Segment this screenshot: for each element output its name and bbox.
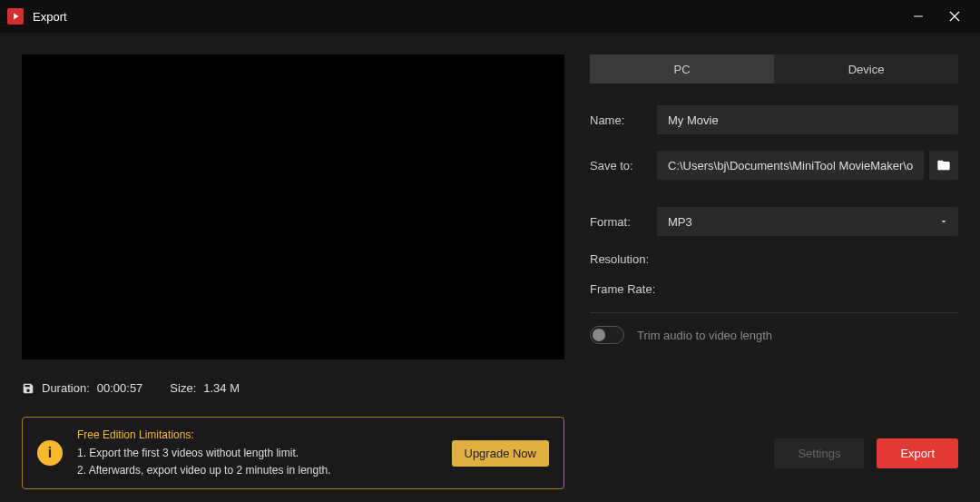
divider (590, 312, 958, 313)
duration-label: Duration: (42, 381, 90, 395)
info-icon: i (37, 440, 63, 466)
limitations-line1: 1. Export the first 3 videos without len… (77, 445, 437, 462)
saveto-input[interactable] (657, 151, 924, 180)
upgrade-button[interactable]: Upgrade Now (452, 440, 550, 467)
chevron-down-icon (938, 216, 949, 227)
file-info: Duration: 00:00:57 Size: 1.34 M (22, 381, 564, 395)
resolution-label: Resolution: (590, 252, 649, 266)
tab-device[interactable]: Device (774, 54, 958, 84)
svg-rect-0 (914, 16, 923, 17)
name-input[interactable] (657, 105, 958, 134)
folder-icon (936, 158, 951, 172)
footer: i Free Edition Limitations: 1. Export th… (22, 417, 958, 489)
export-button[interactable]: Export (877, 438, 958, 468)
limitations-heading: Free Edition Limitations: (77, 427, 437, 444)
trim-audio-label: Trim audio to video length (637, 329, 772, 342)
format-label: Format: (590, 215, 657, 229)
video-preview (22, 54, 564, 359)
trim-audio-toggle[interactable] (590, 326, 624, 344)
titlebar: Export (0, 0, 980, 33)
limitations-box: i Free Edition Limitations: 1. Export th… (22, 417, 564, 489)
limitations-line2: 2. Afterwards, export video up to 2 minu… (77, 462, 437, 479)
settings-button[interactable]: Settings (774, 438, 864, 468)
save-icon (22, 382, 34, 395)
main-content: Duration: 00:00:57 Size: 1.34 M PC Devic… (0, 33, 980, 417)
close-button[interactable] (936, 0, 973, 33)
browse-folder-button[interactable] (929, 151, 958, 180)
format-select[interactable]: MP3 (657, 207, 958, 236)
framerate-label: Frame Rate: (590, 282, 655, 296)
size-value: 1.34 M (203, 381, 240, 395)
size-label: Size: (170, 381, 196, 395)
minimize-button[interactable] (900, 0, 936, 33)
window-title: Export (33, 10, 900, 24)
tab-pc[interactable]: PC (590, 54, 774, 84)
name-label: Name: (590, 113, 657, 127)
format-value: MP3 (668, 215, 692, 229)
target-tabs: PC Device (590, 54, 958, 84)
app-icon (7, 8, 24, 25)
saveto-label: Save to: (590, 159, 657, 172)
duration-value: 00:00:57 (97, 381, 143, 395)
